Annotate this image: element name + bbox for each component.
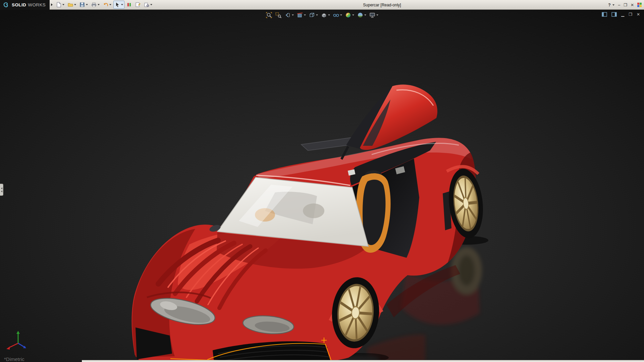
document-window-controls: ▁ ❐ ✕ (602, 12, 640, 17)
view-orientation-label: *Dimetric (4, 356, 24, 362)
chevron-down-icon (62, 4, 64, 5)
split-pane-left-icon[interactable] (602, 12, 607, 17)
chevron-down-icon (74, 4, 76, 5)
chevron-down-icon (304, 14, 306, 16)
window-title: Supercar [Read-only] (363, 3, 401, 7)
3dexperience-icon[interactable] (637, 3, 642, 7)
chevron-down-icon (109, 4, 111, 5)
view-settings-button[interactable] (369, 11, 379, 19)
minimize-document-button[interactable]: ▁ (621, 12, 624, 16)
undo-button[interactable] (102, 1, 113, 9)
undo-icon (103, 2, 108, 7)
maximize-button[interactable]: ❐ (624, 3, 627, 7)
xpress-tools-button[interactable] (125, 1, 133, 9)
chevron-down-icon (328, 14, 330, 16)
main-toolbar (55, 1, 154, 9)
display-style-icon (321, 12, 327, 18)
select-button[interactable] (113, 1, 124, 9)
minimize-button[interactable]: – (618, 3, 620, 7)
chevron-down-icon (86, 4, 88, 5)
restore-document-button[interactable]: ❐ (629, 12, 632, 16)
feature-tree-collapse-tab[interactable] (0, 184, 3, 196)
titlebar-controls: ? – ❐ ✕ (608, 0, 642, 10)
split-pane-right-icon[interactable] (611, 12, 617, 17)
edit-sheet-button[interactable] (134, 1, 142, 9)
chevron-down-icon (316, 14, 318, 16)
edit-sheet-icon (135, 2, 141, 7)
3ds-logo-icon (3, 2, 10, 8)
view-orientation-button[interactable] (308, 11, 318, 19)
chevron-left-icon (1, 190, 2, 192)
print-button[interactable] (90, 1, 101, 9)
section-view-icon (297, 12, 303, 18)
chevron-down-icon (376, 14, 378, 16)
new-document-icon (56, 2, 61, 7)
chevron-down-icon (612, 4, 614, 6)
chevron-down-icon (98, 4, 100, 5)
menu-flyout-icon[interactable] (51, 3, 53, 6)
previous-view-icon (284, 12, 291, 18)
orientation-triad (3, 328, 32, 354)
zoom-to-fit-icon (266, 12, 272, 18)
zoom-to-fit-button[interactable] (265, 11, 273, 19)
solidworks-logo: SOLIDWORKS (0, 0, 50, 10)
hide-show-glasses-icon (333, 12, 339, 18)
brand-solid: SOLID (12, 2, 26, 7)
options-gear-icon (144, 2, 149, 7)
view-settings-icon (369, 12, 376, 18)
close-document-button[interactable]: ✕ (637, 12, 640, 16)
new-document-button[interactable] (55, 1, 66, 9)
chevron-down-icon (150, 4, 152, 5)
edit-appearance-sphere-icon (345, 12, 352, 18)
zoom-to-area-button[interactable] (275, 11, 282, 19)
zoom-to-area-icon (275, 12, 282, 18)
chevron-down-icon (364, 14, 366, 16)
chevron-down-icon (352, 14, 354, 16)
apply-scene-button[interactable] (357, 11, 367, 19)
chevron-down-icon (121, 4, 123, 5)
status-bar-sliver (82, 360, 644, 362)
save-icon (79, 2, 85, 7)
chevron-down-icon (340, 14, 342, 16)
close-button[interactable]: ✕ (631, 3, 634, 7)
chevron-down-icon (292, 14, 294, 16)
display-style-button[interactable] (320, 11, 330, 19)
3d-viewport-canvas[interactable] (0, 10, 644, 362)
hide-show-items-button[interactable] (332, 11, 342, 19)
open-folder-icon (68, 2, 73, 7)
chevron-left-icon (1, 187, 2, 189)
view-orientation-cube-icon (309, 12, 315, 18)
save-button[interactable] (78, 1, 89, 9)
previous-view-button[interactable] (284, 11, 294, 19)
xpress-tools-icon (126, 2, 132, 7)
open-button[interactable] (66, 1, 77, 9)
help-button[interactable]: ? (608, 3, 614, 7)
apply-scene-icon (357, 12, 364, 18)
select-cursor-icon (115, 2, 120, 7)
options-button[interactable] (143, 1, 154, 9)
section-view-button[interactable] (296, 11, 306, 19)
graphics-viewport[interactable]: ▁ ❐ ✕ *Dimetric (0, 10, 644, 362)
printer-icon (91, 2, 97, 7)
titlebar: SOLIDWORKS (0, 0, 644, 10)
heads-up-view-toolbar (265, 11, 379, 19)
brand-works: WORKS (28, 2, 46, 7)
edit-appearance-button[interactable] (344, 11, 355, 19)
help-icon: ? (608, 3, 610, 7)
